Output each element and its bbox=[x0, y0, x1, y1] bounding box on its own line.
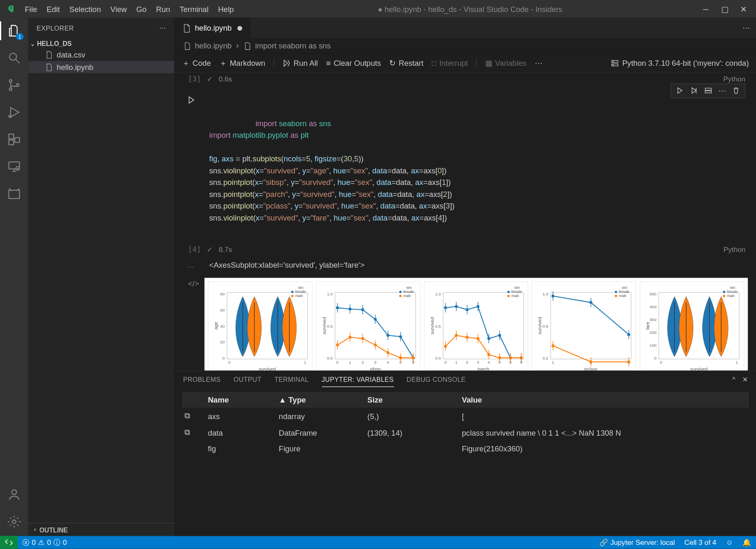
variable-row[interactable]: ⧉ axsndarray(5,)[ bbox=[182, 408, 749, 424]
show-variable-icon[interactable]: ⧉ bbox=[184, 411, 208, 421]
svg-text:0: 0 bbox=[228, 360, 230, 364]
extensions-icon[interactable] bbox=[6, 131, 22, 148]
add-markdown-button[interactable]: ＋ Markdown bbox=[219, 58, 265, 68]
remote-explorer-icon[interactable] bbox=[6, 158, 22, 175]
panel-tab-jupyter-variables[interactable]: JUPYTER: VARIABLES bbox=[322, 376, 394, 387]
cell-language[interactable]: Python bbox=[723, 245, 745, 254]
breadcrumbs[interactable]: hello.ipynb › import seaborn as sns bbox=[175, 38, 756, 54]
svg-text:male: male bbox=[403, 294, 411, 298]
exec-time: 0.6s bbox=[218, 75, 232, 83]
file-hello-ipynb[interactable]: hello.ipynb bbox=[29, 61, 175, 73]
outline-section[interactable]: › OUTLINE bbox=[29, 523, 175, 536]
jupyter-server-status[interactable]: 🔗 Jupyter Server: local bbox=[594, 538, 679, 547]
clear-outputs-button[interactable]: ≡ Clear Outputs bbox=[326, 58, 381, 67]
cell-position-status[interactable]: Cell 3 of 4 bbox=[679, 538, 721, 547]
tab-hello-ipynb[interactable]: hello.ipynb bbox=[175, 18, 250, 38]
panel-tab-problems[interactable]: PROBLEMS bbox=[183, 376, 221, 387]
plot-pclass: 0.20.61.0123 survived pclass sexfemalema… bbox=[532, 281, 636, 371]
sidebar: EXPLORER ⋯ ⌄ HELLO_DS data.csv hello.ipy… bbox=[29, 18, 175, 536]
svg-text:0: 0 bbox=[336, 360, 339, 364]
svg-text:survived: survived bbox=[258, 367, 276, 371]
run-gutter-icon[interactable] bbox=[187, 95, 196, 105]
svg-point-56 bbox=[399, 295, 402, 297]
run-all-button[interactable]: Run All bbox=[282, 58, 318, 67]
svg-point-101 bbox=[507, 290, 510, 293]
chevron-down-icon: ⌄ bbox=[31, 40, 34, 48]
code-editor[interactable]: import seaborn as sns import matplotlib.… bbox=[175, 87, 756, 243]
cell-file-icon bbox=[243, 42, 251, 50]
panel-maximize-icon[interactable]: ^ bbox=[732, 376, 735, 387]
folder-root[interactable]: ⌄ HELLO_DS bbox=[29, 38, 175, 48]
run-debug-icon[interactable] bbox=[6, 104, 22, 120]
kernel-picker[interactable]: Python 3.7.10 64-bit ('myenv': conda) bbox=[611, 58, 749, 67]
plot-parch: 0.00.51.001234569 survived parch sexfema… bbox=[424, 281, 528, 371]
success-check-icon: ✓ bbox=[207, 245, 213, 254]
statusbar: ⓧ0 ⚠0 ⓘ0 🔗 Jupyter Server: local Cell 3 … bbox=[0, 536, 756, 549]
success-check-icon: ✓ bbox=[207, 75, 213, 83]
close-button[interactable]: ✕ bbox=[739, 5, 748, 13]
svg-point-103 bbox=[507, 295, 510, 297]
svg-point-32 bbox=[291, 290, 294, 293]
bottom-panel: PROBLEMSOUTPUTTERMINALJUPYTER: VARIABLES… bbox=[175, 370, 756, 536]
panel-tab-debug-console[interactable]: DEBUG CONSOLE bbox=[407, 376, 466, 387]
svg-text:0: 0 bbox=[222, 356, 225, 360]
accounts-icon[interactable] bbox=[6, 486, 22, 503]
search-icon[interactable] bbox=[6, 50, 22, 66]
restart-button[interactable]: ↻ Restart bbox=[389, 58, 423, 67]
menu-terminal[interactable]: Terminal bbox=[175, 3, 213, 14]
menu-view[interactable]: View bbox=[105, 3, 132, 14]
variables-table: Name▲ TypeSizeValue ⧉ axsndarray(5,)[ ⧉ … bbox=[175, 387, 756, 461]
problems-status[interactable]: ⓧ0 ⚠0 ⓘ0 bbox=[18, 537, 72, 547]
svg-text:male: male bbox=[619, 294, 627, 298]
svg-text:1: 1 bbox=[552, 360, 554, 364]
svg-text:sex: sex bbox=[514, 285, 520, 290]
svg-text:female: female bbox=[403, 290, 414, 294]
panel-tab-output[interactable]: OUTPUT bbox=[234, 376, 261, 387]
file-data-csv[interactable]: data.csv bbox=[29, 48, 175, 61]
remote-indicator[interactable] bbox=[0, 536, 18, 549]
maximize-button[interactable]: ▢ bbox=[720, 5, 729, 13]
menu-file[interactable]: File bbox=[20, 3, 42, 14]
menu-edit[interactable]: Edit bbox=[42, 3, 65, 14]
svg-text:0.6: 0.6 bbox=[543, 324, 548, 328]
variable-row[interactable]: figFigureFigure(2160x360) bbox=[182, 441, 749, 457]
variable-row[interactable]: ⧉ dataDataFrame(1309, 14)pclass survived… bbox=[182, 424, 749, 441]
cell-language[interactable]: Python bbox=[723, 75, 745, 83]
titlebar: FileEditSelectionViewGoRunTerminalHelp ●… bbox=[0, 0, 756, 18]
menu-selection[interactable]: Selection bbox=[65, 3, 105, 14]
minimize-button[interactable]: ─ bbox=[702, 5, 710, 13]
sidebar-more-icon[interactable]: ⋯ bbox=[159, 24, 166, 32]
panel-close-icon[interactable]: ✕ bbox=[742, 376, 748, 387]
notifications-icon[interactable]: 🔔 bbox=[738, 538, 756, 547]
svg-point-34 bbox=[291, 295, 294, 297]
svg-rect-9 bbox=[9, 162, 19, 169]
cell-output-text: … <AxesSubplot:xlabel='survived', ylabel… bbox=[175, 257, 756, 275]
variables-button[interactable]: ▦ Variables bbox=[485, 58, 526, 67]
svg-point-5 bbox=[9, 115, 11, 117]
svg-point-54 bbox=[399, 290, 402, 293]
notebook-body[interactable]: [3] ✓ 0.6s Python ⋯ import seaborn as sn… bbox=[175, 73, 756, 371]
explorer-icon[interactable]: 1 bbox=[6, 22, 22, 39]
menu-go[interactable]: Go bbox=[132, 3, 151, 14]
svg-point-13 bbox=[12, 520, 16, 524]
code-cell[interactable]: ⋯ import seaborn as sns import matplotli… bbox=[175, 87, 756, 371]
show-variable-icon[interactable]: ⧉ bbox=[184, 428, 208, 437]
svg-point-177 bbox=[723, 295, 725, 297]
svg-rect-7 bbox=[9, 140, 13, 144]
jupyter-icon[interactable] bbox=[6, 185, 22, 202]
add-code-button[interactable]: ＋ Code bbox=[182, 58, 211, 68]
svg-rect-11 bbox=[9, 190, 19, 199]
feedback-icon[interactable]: ☺ bbox=[721, 538, 737, 547]
source-control-icon[interactable] bbox=[6, 77, 22, 93]
settings-gear-icon[interactable] bbox=[6, 513, 22, 530]
tab-more-icon[interactable]: ⋯ bbox=[742, 24, 750, 32]
svg-text:survived: survived bbox=[321, 317, 326, 334]
svg-text:sex: sex bbox=[406, 285, 412, 290]
svg-text:20: 20 bbox=[220, 340, 225, 344]
menu-help[interactable]: Help bbox=[213, 3, 239, 14]
interrupt-button[interactable]: □ Interrupt bbox=[432, 58, 468, 67]
toolbar-more-icon[interactable]: ⋯ bbox=[535, 58, 543, 67]
menu-run[interactable]: Run bbox=[151, 3, 175, 14]
svg-text:sex: sex bbox=[298, 285, 304, 290]
panel-tab-terminal[interactable]: TERMINAL bbox=[274, 376, 309, 387]
